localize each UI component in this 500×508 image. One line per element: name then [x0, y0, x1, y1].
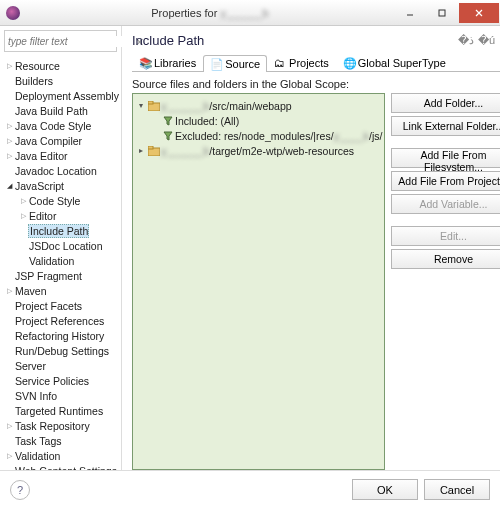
category-label: Java Compiler: [14, 135, 82, 147]
ok-button[interactable]: OK: [352, 479, 418, 500]
svg-rect-2: [148, 101, 153, 104]
category-label: Project Facets: [14, 300, 82, 312]
twisty-icon[interactable]: ▷: [4, 287, 14, 295]
category-jsdoc-location[interactable]: JSDoc Location: [4, 238, 121, 253]
category-service-policies[interactable]: Service Policies: [4, 373, 121, 388]
category-jsp-fragment[interactable]: JSP Fragment: [4, 268, 121, 283]
help-button[interactable]: ?: [10, 480, 30, 500]
source-row[interactable]: ▸y______b/target/m2e-wtp/web-resources: [135, 143, 382, 158]
source-row[interactable]: Excluded: res/node_modules/|res/y____k/j…: [135, 128, 382, 143]
books-icon: 📚: [139, 57, 151, 69]
tab-label: Libraries: [154, 57, 196, 69]
twisty-icon[interactable]: ▷: [4, 452, 14, 460]
category-label: Validation: [28, 255, 74, 267]
tab-bar: 📚Libraries📄Source🗂Projects🌐Global SuperT…: [132, 54, 500, 72]
category-task-tags[interactable]: Task Tags: [4, 433, 121, 448]
source-row[interactable]: Included: (All): [135, 113, 382, 128]
category-label: JSDoc Location: [28, 240, 103, 252]
category-label: Builders: [14, 75, 53, 87]
filter-box[interactable]: ✕: [4, 30, 117, 52]
twisty-icon[interactable]: ▷: [4, 152, 14, 160]
twisty-icon[interactable]: ◢: [4, 182, 14, 190]
category-label: Code Style: [28, 195, 80, 207]
category-run-debug-settings[interactable]: Run/Debug Settings: [4, 343, 121, 358]
twisty-icon[interactable]: ▷: [4, 137, 14, 145]
category-label: Validation: [14, 450, 60, 462]
add-variable-button[interactable]: Add Variable...: [391, 194, 500, 214]
back-button[interactable]: �ذ: [457, 32, 475, 48]
source-text: Included: (All): [175, 115, 239, 127]
twisty-icon[interactable]: ▾: [135, 101, 147, 110]
category-java-build-path[interactable]: Java Build Path: [4, 103, 121, 118]
category-label: SVN Info: [14, 390, 57, 402]
maximize-button[interactable]: [427, 3, 457, 23]
tab-projects[interactable]: 🗂Projects: [267, 54, 336, 71]
category-task-repository[interactable]: ▷Task Repository: [4, 418, 121, 433]
category-editor[interactable]: ▷Editor: [4, 208, 121, 223]
category-validation[interactable]: Validation: [4, 253, 121, 268]
category-tree[interactable]: ▷ResourceBuildersDeployment AssemblyJava…: [0, 56, 121, 470]
edit-button[interactable]: Edit...: [391, 226, 500, 246]
add-folder-button[interactable]: Add Folder...: [391, 93, 500, 113]
category-java-code-style[interactable]: ▷Java Code Style: [4, 118, 121, 133]
twisty-icon[interactable]: ▷: [4, 62, 14, 70]
tab-global-supertype[interactable]: 🌐Global SuperType: [336, 54, 453, 71]
page-panel: Include Path �ذ �ú ▾ 📚Libraries📄Source🗂P…: [122, 26, 500, 470]
tab-label: Projects: [289, 57, 329, 69]
category-server[interactable]: Server: [4, 358, 121, 373]
twisty-icon[interactable]: ▸: [135, 146, 147, 155]
dialog-footer: ? OK Cancel: [0, 470, 500, 508]
category-project-facets[interactable]: Project Facets: [4, 298, 121, 313]
category-validation[interactable]: ▷Validation: [4, 448, 121, 463]
close-button[interactable]: [459, 3, 499, 23]
category-javadoc-location[interactable]: Javadoc Location: [4, 163, 121, 178]
category-label: Web Content Settings: [14, 465, 117, 471]
tab-libraries[interactable]: 📚Libraries: [132, 54, 203, 71]
category-resource[interactable]: ▷Resource: [4, 58, 121, 73]
twisty-icon[interactable]: ▷: [18, 197, 28, 205]
add-file-filesystem-button[interactable]: Add File From Filesystem...: [391, 148, 500, 168]
link-external-folder-button[interactable]: Link External Folder...: [391, 116, 500, 136]
globe-icon: 🌐: [343, 57, 355, 69]
category-label: Java Build Path: [14, 105, 88, 117]
category-label: Java Editor: [14, 150, 68, 162]
source-tree[interactable]: ▾y______b/src/main/webappIncluded: (All)…: [132, 93, 385, 470]
twisty-icon[interactable]: ▷: [18, 212, 28, 220]
filter-input[interactable]: [8, 36, 135, 47]
category-code-style[interactable]: ▷Code Style: [4, 193, 121, 208]
category-include-path[interactable]: Include Path: [4, 223, 121, 238]
category-java-editor[interactable]: ▷Java Editor: [4, 148, 121, 163]
category-label: Resource: [14, 60, 60, 72]
category-project-references[interactable]: Project References: [4, 313, 121, 328]
category-label: Include Path: [28, 224, 89, 238]
tab-source[interactable]: 📄Source: [203, 55, 267, 72]
category-deployment-assembly[interactable]: Deployment Assembly: [4, 88, 121, 103]
twisty-icon[interactable]: ▷: [4, 422, 14, 430]
category-targeted-runtimes[interactable]: Targeted Runtimes: [4, 403, 121, 418]
svg-rect-4: [148, 146, 153, 149]
forward-button[interactable]: �ú: [477, 32, 495, 48]
category-svn-info[interactable]: SVN Info: [4, 388, 121, 403]
category-javascript[interactable]: ◢JavaScript: [4, 178, 121, 193]
svg-rect-0: [439, 10, 445, 16]
projects-icon: 🗂: [274, 57, 286, 69]
window-title: Properties for y______b: [26, 7, 394, 19]
category-maven[interactable]: ▷Maven: [4, 283, 121, 298]
category-refactoring-history[interactable]: Refactoring History: [4, 328, 121, 343]
category-label: Project References: [14, 315, 104, 327]
remove-button[interactable]: Remove: [391, 249, 500, 269]
source-text: Excluded: res/node_modules/|res/y____k/j…: [175, 130, 382, 142]
category-builders[interactable]: Builders: [4, 73, 121, 88]
tab-label: Global SuperType: [358, 57, 446, 69]
twisty-icon[interactable]: ▷: [4, 122, 14, 130]
category-web-content-settings[interactable]: Web Content Settings: [4, 463, 121, 470]
source-icon: 📄: [210, 58, 222, 70]
button-column: Add Folder... Link External Folder... Ad…: [391, 93, 500, 470]
add-file-project-button[interactable]: Add File From Project...: [391, 171, 500, 191]
category-label: Java Code Style: [14, 120, 91, 132]
category-java-compiler[interactable]: ▷Java Compiler: [4, 133, 121, 148]
category-label: Editor: [28, 210, 56, 222]
cancel-button[interactable]: Cancel: [424, 479, 490, 500]
source-row[interactable]: ▾y______b/src/main/webapp: [135, 98, 382, 113]
minimize-button[interactable]: [395, 3, 425, 23]
